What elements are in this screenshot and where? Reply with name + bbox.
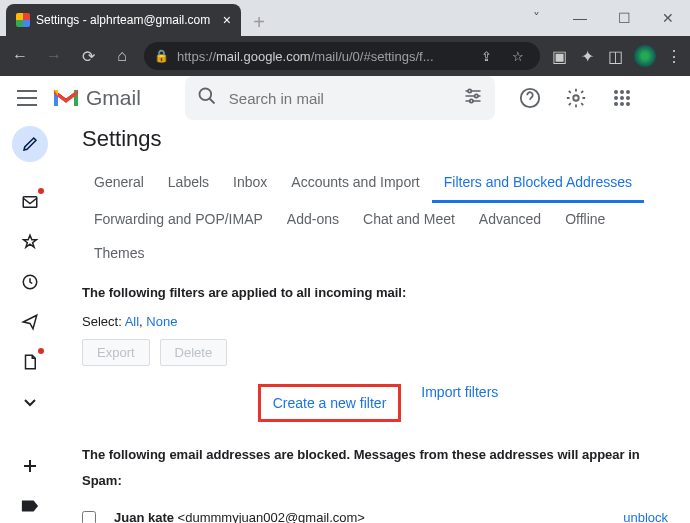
forward-button: → — [42, 44, 66, 68]
title-bar: Settings - alphrteam@gmail.com × + ˅ — ☐… — [0, 0, 690, 36]
tab-labels[interactable]: Labels — [156, 166, 221, 203]
filters-intro: The following filters are applied to all… — [82, 285, 674, 300]
product-name: Gmail — [86, 86, 141, 110]
window-controls: ˅ — ☐ ✕ — [514, 0, 690, 36]
svg-point-13 — [626, 96, 630, 100]
home-button[interactable]: ⌂ — [110, 44, 134, 68]
sidebar-drafts[interactable] — [12, 344, 48, 380]
svg-rect-17 — [23, 197, 37, 208]
sidebar — [0, 120, 60, 523]
svg-point-10 — [626, 90, 630, 94]
notification-dot-icon — [38, 188, 44, 194]
extension-icon[interactable]: ▣ — [550, 47, 568, 65]
hamburger-icon[interactable] — [16, 87, 38, 109]
reload-button[interactable]: ⟳ — [76, 44, 100, 68]
tab-accounts-and-import[interactable]: Accounts and Import — [279, 166, 431, 203]
gmail-logo-icon — [52, 87, 80, 109]
svg-point-5 — [470, 99, 473, 102]
export-button[interactable]: Export — [82, 339, 150, 366]
help-icon[interactable] — [519, 87, 541, 109]
browser-toolbar: ← → ⟳ ⌂ 🔒 https://mail.google.com/mail/u… — [0, 36, 690, 76]
sidebar-compose[interactable] — [12, 126, 48, 162]
svg-point-12 — [620, 96, 624, 100]
gear-icon — [16, 13, 30, 27]
blocked-intro: The following email addresses are blocke… — [82, 442, 674, 494]
blocked-name: Juan kate — [114, 510, 174, 523]
tab-offline[interactable]: Offline — [553, 203, 617, 237]
apps-grid-icon[interactable] — [611, 87, 633, 109]
tab-add-ons[interactable]: Add-ons — [275, 203, 351, 237]
sidebar-inbox[interactable] — [12, 184, 48, 220]
lock-icon: 🔒 — [154, 49, 169, 63]
tab-filters-and-blocked-addresses[interactable]: Filters and Blocked Addresses — [432, 166, 644, 203]
settings-tabs: GeneralLabelsInboxAccounts and ImportFil… — [82, 166, 674, 271]
delete-button[interactable]: Delete — [160, 339, 228, 366]
blocked-checkbox[interactable] — [82, 511, 96, 524]
sidepanel-icon[interactable]: ◫ — [606, 47, 624, 65]
sidebar-starred[interactable] — [12, 224, 48, 260]
tab-themes[interactable]: Themes — [82, 237, 157, 271]
tune-icon[interactable] — [463, 87, 483, 109]
maximize-button[interactable]: ☐ — [602, 0, 646, 36]
sidebar-snoozed[interactable] — [12, 264, 48, 300]
svg-point-8 — [614, 90, 618, 94]
select-row: Select: All, None — [82, 314, 674, 329]
select-none-link[interactable]: None — [146, 314, 177, 329]
kebab-menu-icon[interactable]: ⋮ — [666, 47, 682, 66]
sidebar-sent[interactable] — [12, 304, 48, 340]
close-icon[interactable]: × — [223, 12, 231, 28]
tab-general[interactable]: General — [82, 166, 156, 203]
svg-point-2 — [199, 89, 211, 101]
address-bar[interactable]: 🔒 https://mail.google.com/mail/u/0/#sett… — [144, 42, 540, 70]
search-input[interactable] — [229, 90, 451, 107]
blocked-entry: Juan kate <dummmyjuan002@gmail.com> unbl… — [82, 510, 674, 523]
tab-forwarding-and-pop-imap[interactable]: Forwarding and POP/IMAP — [82, 203, 275, 237]
svg-point-15 — [620, 102, 624, 106]
main-content: Settings GeneralLabelsInboxAccounts and … — [60, 120, 690, 523]
tab-chat-and-meet[interactable]: Chat and Meet — [351, 203, 467, 237]
sidebar-label-tag[interactable] — [12, 488, 48, 523]
close-window-button[interactable]: ✕ — [646, 0, 690, 36]
blocked-email: <dummmyjuan002@gmail.com> — [178, 510, 365, 523]
svg-point-4 — [475, 94, 478, 97]
url-text: https://mail.google.com/mail/u/0/#settin… — [177, 49, 466, 64]
svg-point-7 — [573, 95, 579, 101]
svg-point-14 — [614, 102, 618, 106]
profile-avatar[interactable] — [634, 45, 656, 67]
tab-title: Settings - alphrteam@gmail.com — [36, 13, 217, 27]
back-button[interactable]: ← — [8, 44, 32, 68]
search-box[interactable] — [185, 76, 495, 120]
page-title: Settings — [82, 126, 674, 152]
unblock-link[interactable]: unblock — [623, 510, 674, 523]
sidebar-more[interactable] — [12, 384, 48, 420]
settings-gear-icon[interactable] — [565, 87, 587, 109]
tab-inbox[interactable]: Inbox — [221, 166, 279, 203]
gmail-logo[interactable]: Gmail — [52, 86, 141, 110]
svg-point-3 — [468, 89, 471, 92]
app-header: Gmail — [0, 76, 690, 120]
select-all-link[interactable]: All — [125, 314, 139, 329]
svg-point-11 — [614, 96, 618, 100]
sidebar-new-label[interactable] — [12, 448, 48, 484]
new-tab-button[interactable]: + — [245, 8, 273, 36]
star-icon[interactable]: ☆ — [506, 44, 530, 68]
browser-tab[interactable]: Settings - alphrteam@gmail.com × — [6, 4, 241, 36]
extension-puzzle-icon[interactable]: ✦ — [578, 47, 596, 65]
share-icon[interactable]: ⇪ — [474, 44, 498, 68]
create-filter-link[interactable]: Create a new filter — [273, 395, 387, 411]
chevron-down-icon[interactable]: ˅ — [514, 0, 558, 36]
search-icon — [197, 86, 217, 110]
notification-dot-icon — [38, 348, 44, 354]
tab-advanced[interactable]: Advanced — [467, 203, 553, 237]
minimize-button[interactable]: — — [558, 0, 602, 36]
svg-point-16 — [626, 102, 630, 106]
create-filter-highlight: Create a new filter — [258, 384, 402, 422]
import-filters-link[interactable]: Import filters — [421, 384, 498, 422]
svg-point-9 — [620, 90, 624, 94]
